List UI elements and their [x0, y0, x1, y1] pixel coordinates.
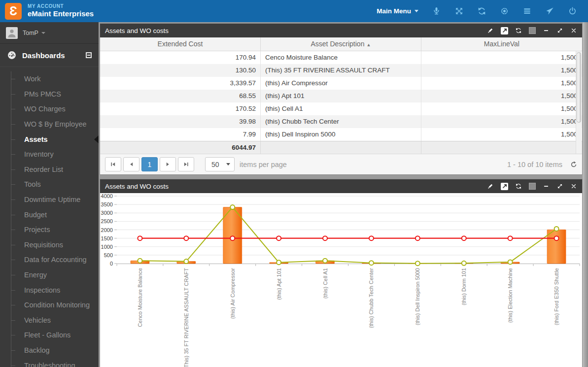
sidebar-item-projects[interactable]: Projects: [11, 222, 99, 237]
svg-text:(this) Dell Inspiron 5000: (this) Dell Inspiron 5000: [415, 268, 420, 325]
sidebar-item-downtime-uptime[interactable]: Downtime Uptime: [11, 192, 99, 207]
main-menu-dropdown[interactable]: Main Menu: [377, 7, 418, 15]
sidebar-item-condition-monitoring[interactable]: Condition Monitoring: [11, 298, 99, 313]
table-row[interactable]: 7.99(this) Dell Inspiron 50001,500: [100, 128, 582, 141]
column-header-extended-cost[interactable]: Extended Cost: [100, 37, 261, 51]
sidebar-item-requisitions[interactable]: Requisitions: [11, 237, 99, 253]
cell-max-line-val: 1,500: [421, 51, 582, 64]
sidebar-item-inspections[interactable]: Inspections: [11, 282, 99, 298]
cell-extended-cost: 170.94: [100, 51, 261, 64]
cell-max-line-val: 1,500: [421, 64, 582, 77]
table-row[interactable]: 170.52(this) Cell A11,500: [100, 102, 582, 115]
cell-max-line-val: 1,500: [421, 77, 582, 90]
sidebar-item-pms-pmcs[interactable]: PMs PMCS: [11, 87, 99, 102]
brand-block: MY ACCOUNT eMaint Enterprises: [28, 3, 94, 19]
sidebar-item-tools[interactable]: Tools: [11, 177, 99, 192]
user-name: TomP: [23, 30, 38, 36]
pager-refresh-icon[interactable]: [570, 161, 577, 168]
cell-max-line-val: 1,500: [421, 102, 582, 115]
page-size-value: 50: [211, 161, 219, 168]
sidebar-item-inventory[interactable]: Inventory: [11, 147, 99, 162]
next-page-button[interactable]: [160, 157, 176, 171]
user-menu[interactable]: TomP: [0, 22, 99, 44]
page-1-button[interactable]: 1: [141, 157, 158, 171]
pager-range-label: 1 - 10 of 10 items: [507, 161, 562, 168]
navigate-icon[interactable]: [545, 6, 554, 16]
svg-text:1000: 1000: [101, 244, 113, 250]
previous-page-button[interactable]: [123, 157, 139, 171]
cell-extended-cost: 3,339.57: [100, 77, 261, 90]
svg-text:3500: 3500: [101, 201, 113, 207]
sidebar-item-wo-by-employee[interactable]: WO $ By Employee: [11, 117, 99, 132]
svg-text:(this) Cell A1: (this) Cell A1: [322, 268, 328, 299]
sidebar-item-wo-charges[interactable]: WO Charges: [11, 101, 99, 117]
cell-asset-description: (this) Cell A1: [261, 102, 421, 115]
table-scrollbar-thumb[interactable]: [577, 52, 581, 123]
refresh-icon[interactable]: [515, 183, 522, 190]
fullscreen-icon[interactable]: [454, 6, 464, 16]
avatar: [6, 27, 18, 39]
chevron-down-icon: [226, 163, 230, 166]
sidebar-item-fleet-gallons[interactable]: Fleet - Gallons: [11, 328, 99, 343]
close-icon[interactable]: [570, 27, 577, 34]
table-row[interactable]: 170.94Cenco Moisture Balance1,500: [100, 51, 582, 64]
table-body: 170.94Cenco Moisture Balance1,500130.50(…: [100, 51, 582, 141]
dashboard-gauge-icon: [7, 50, 17, 60]
sidebar-item-data-for-accounting[interactable]: Data for Accounting: [11, 252, 99, 267]
edit-pencil-icon[interactable]: [487, 27, 494, 34]
sidebar: TomP Dashboards WorkPMs PMCSWO ChargesWO…: [0, 22, 99, 367]
menu-icon[interactable]: [522, 6, 532, 16]
sidebar-section-dashboards[interactable]: Dashboards: [0, 44, 99, 67]
assets-wo-costs-table-panel: Assets and WO costs Extended Cost Asset …: [100, 24, 582, 174]
power-icon[interactable]: [568, 6, 577, 16]
widget-box-icon[interactable]: [529, 183, 536, 190]
first-page-button[interactable]: [105, 157, 121, 171]
sidebar-item-troubleshooting[interactable]: Troubleshooting: [11, 358, 99, 367]
table-footer-row: 6044.97: [100, 141, 582, 154]
sidebar-item-work[interactable]: Work: [11, 71, 99, 87]
refresh-icon[interactable]: [515, 27, 522, 34]
edit-pencil-icon[interactable]: [487, 183, 494, 190]
svg-text:500: 500: [104, 252, 113, 258]
table-row[interactable]: 3,339.57(this) Air Compressor1,500: [100, 77, 582, 90]
settings-gear-icon[interactable]: [500, 6, 509, 16]
expand-icon[interactable]: [556, 27, 563, 34]
microphone-icon[interactable]: [432, 6, 441, 16]
cell-max-line-val: 1,500: [421, 115, 582, 128]
minimize-icon[interactable]: [543, 183, 550, 190]
sidebar-item-assets[interactable]: Assets: [11, 132, 99, 147]
cell-asset-description: (this) Apt 101: [261, 90, 421, 102]
sidebar-item-budget[interactable]: Budget: [11, 207, 99, 222]
table-row[interactable]: 68.55(this) Apt 1011,500: [100, 90, 582, 102]
minimize-icon[interactable]: [543, 27, 550, 34]
page-size-select[interactable]: 50: [205, 157, 235, 171]
emaint-logo-icon[interactable]: Ɛ: [5, 3, 22, 20]
svg-text:(this) Chubb Tech Center: (this) Chubb Tech Center: [368, 268, 374, 328]
top-header: Ɛ MY ACCOUNT eMaint Enterprises Main Men…: [0, 0, 588, 22]
expand-icon[interactable]: [556, 183, 563, 190]
refresh-icon[interactable]: [477, 6, 486, 16]
column-header-asset-description[interactable]: Asset Description▲: [261, 37, 421, 51]
table-row[interactable]: 39.98(this) Chubb Tech Center1,500: [100, 115, 582, 128]
sidebar-item-vehicles[interactable]: Vehicles: [11, 313, 99, 328]
column-header-maxlineval[interactable]: MaxLineVal: [421, 37, 582, 51]
table-row[interactable]: 130.50(This) 35 FT RIVERINE ASSAULT CRAF…: [100, 64, 582, 77]
sidebar-item-reorder-list[interactable]: Reorder List: [11, 162, 99, 177]
table-scrollbar[interactable]: [576, 51, 582, 154]
svg-text:2000: 2000: [101, 227, 113, 233]
svg-text:(this) Air Compressor: (this) Air Compressor: [230, 268, 236, 319]
cell-asset-description: (this) Chubb Tech Center: [261, 115, 421, 128]
last-page-button[interactable]: [178, 157, 194, 171]
export-icon[interactable]: [501, 27, 508, 34]
close-icon[interactable]: [570, 183, 577, 190]
collapse-section-icon[interactable]: [86, 52, 92, 58]
page-scrollbar[interactable]: [583, 22, 588, 367]
sidebar-item-energy[interactable]: Energy: [11, 267, 99, 283]
export-icon[interactable]: [501, 183, 508, 190]
widget-box-icon[interactable]: [529, 27, 536, 34]
panel-titlebar: Assets and WO costs: [100, 24, 582, 37]
assets-wo-costs-chart[interactable]: 05001000150020002500300035004000Cenco Mo…: [100, 193, 582, 367]
cell-asset-description: (This) 35 FT RIVERINE ASSAULT CRAFT: [261, 64, 421, 77]
sidebar-item-backlog[interactable]: Backlog: [11, 343, 99, 358]
svg-text:(this) Ford E350 Shuttle: (this) Ford E350 Shuttle: [553, 268, 559, 325]
